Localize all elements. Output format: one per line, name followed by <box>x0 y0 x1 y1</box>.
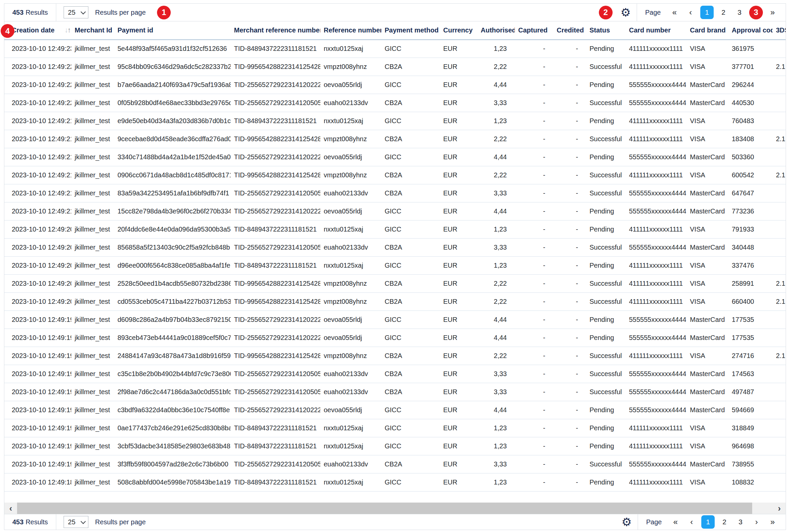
table-row[interactable]: 2023-10-10 12:49:23jkillmer_test5e448f93… <box>4 39 786 58</box>
scroll-right-icon[interactable]: › <box>773 502 786 514</box>
sort-icons[interactable]: ↓↑ <box>64 26 70 34</box>
table-row[interactable]: 2023-10-10 12:49:19jkillmer_test3f3ffb59… <box>4 455 786 473</box>
table-row[interactable]: 2023-10-10 12:49:20jkillmer_testd96ee000… <box>4 256 786 274</box>
page-prev-button[interactable]: ‹ <box>685 515 698 529</box>
cell-approval-code: 340448 <box>728 238 773 256</box>
cell-authorised: 2,22 <box>477 292 515 310</box>
page-next-button[interactable]: › <box>750 515 763 529</box>
scrollbar-thumb[interactable] <box>17 502 752 514</box>
page-number-button-2[interactable]: 2 <box>718 515 731 529</box>
table-row[interactable]: 2023-10-10 12:49:22jkillmer_test0f05b928… <box>4 94 786 112</box>
cell-payment-method: GICC <box>381 39 440 58</box>
cell-card-number: 411111xxxxxx1111 <box>626 58 686 76</box>
cell-authorised: 4,44 <box>477 202 515 220</box>
page-first-button[interactable]: « <box>669 515 682 529</box>
cell-authorised: 3,33 <box>477 94 515 112</box>
table-row[interactable]: 2023-10-10 12:49:21jkillmer_test9cecebae… <box>4 130 786 148</box>
cell-merchant-reference-number: TID-25565272922314120505 <box>231 238 320 256</box>
cell-3ds: 2.1. <box>773 58 786 76</box>
cell-creation-date: 2023-10-10 12:49:21 <box>4 112 71 130</box>
table-row[interactable]: 2023-10-10 12:49:21jkillmer_test3340c714… <box>4 148 786 166</box>
table-row[interactable]: 2023-10-10 12:49:19jkillmer_test24884147… <box>4 347 786 365</box>
cell-card-brand: VISA <box>686 220 728 238</box>
cell-3ds <box>773 401 786 419</box>
table-row[interactable]: 2023-10-10 12:49:22jkillmer_test95c84bb0… <box>4 58 786 76</box>
cell-card-number: 411111xxxxxx1111 <box>626 274 686 292</box>
cell-payment-id: 83a59a3422534951afa1b6bf9dfb74f1 <box>114 184 231 202</box>
cell-merchant-reference-number: TID-8489437222311181521 <box>231 112 320 130</box>
cell-authorised: 4,44 <box>477 148 515 166</box>
page-number-button-3[interactable]: 3 <box>734 515 747 529</box>
table-row[interactable]: 2023-10-10 12:49:19jkillmer_testd6098c28… <box>4 310 786 328</box>
table-row[interactable]: 2023-10-10 12:49:20jkillmer_testcd0553ce… <box>4 292 786 310</box>
cell-card-number: 555555xxxxxx4444 <box>626 310 686 328</box>
column-header-creation-date[interactable]: Creation date↓↑ <box>4 21 71 39</box>
cell-authorised: 1,23 <box>477 437 515 455</box>
cell-payment-method: GICC <box>381 112 440 130</box>
table-row[interactable]: 2023-10-10 12:49:20jkillmer_test2528c50e… <box>4 274 786 292</box>
gear-icon[interactable]: ⚙ <box>618 516 638 528</box>
cell-approval-code: 738955 <box>728 455 773 473</box>
cell-credited: - <box>553 419 586 437</box>
cell-credited: - <box>553 292 586 310</box>
cell-merchant-id: jkillmer_test <box>71 39 114 58</box>
cell-authorised: 2,22 <box>477 347 515 365</box>
cell-3ds: 2.1. <box>773 347 786 365</box>
cell-approval-code: 503360 <box>728 148 773 166</box>
cell-payment-method: CB2A <box>381 292 440 310</box>
cell-approval-code: 318849 <box>728 419 773 437</box>
cell-authorised: 1,23 <box>477 473 515 491</box>
column-header-label: Merchant reference number <box>234 26 320 34</box>
page-last-button[interactable]: » <box>766 515 779 529</box>
table-row[interactable]: 2023-10-10 12:49:20jkillmer_test856858a5… <box>4 238 786 256</box>
page-number-button-1[interactable]: 1 <box>700 6 714 19</box>
cell-merchant-id: jkillmer_test <box>71 455 114 473</box>
table-row[interactable]: 2023-10-10 12:49:19jkillmer_test3cbf53da… <box>4 437 786 455</box>
cell-creation-date: 2023-10-10 12:49:23 <box>4 39 71 58</box>
cell-card-brand: MasterCard <box>686 328 728 347</box>
scrollbar-track[interactable] <box>752 502 773 514</box>
cell-payment-id: b7ae66aada2140f693a479c5af1936a8 <box>114 76 231 94</box>
table-row[interactable]: 2023-10-10 12:49:21jkillmer_teste9de50eb… <box>4 112 786 130</box>
table-row[interactable]: 2023-10-10 12:49:19jkillmer_test2f98ae7d… <box>4 383 786 401</box>
cell-status: Pending <box>586 473 626 491</box>
scroll-left-icon[interactable]: ‹ <box>4 502 17 514</box>
cell-card-brand: MasterCard <box>686 148 728 166</box>
cell-3ds: 2.1. <box>773 130 786 148</box>
table-row[interactable]: 2023-10-10 12:49:22jkillmer_testb7ae66aa… <box>4 76 786 94</box>
results-per-page-select[interactable]: 25 <box>63 6 88 18</box>
page-first-button[interactable]: « <box>668 6 681 19</box>
column-header-merchant-reference-number: Merchant reference number <box>231 21 320 39</box>
table-row[interactable]: 2023-10-10 12:49:18jkillmer_test508c8abb… <box>4 473 786 491</box>
table-row[interactable]: 2023-10-10 12:49:21jkillmer_test83a59a34… <box>4 184 786 202</box>
page-number-button-3[interactable]: 3 <box>733 6 746 19</box>
cell-captured: - <box>515 202 553 220</box>
cell-captured: - <box>515 401 553 419</box>
cell-currency: EUR <box>440 202 477 220</box>
table-row[interactable]: 2023-10-10 12:49:21jkillmer_test0906cc06… <box>4 166 786 184</box>
cell-card-number: 555555xxxxxx4444 <box>626 184 686 202</box>
results-per-page-select-bottom[interactable]: 25 <box>63 516 88 528</box>
cell-currency: EUR <box>440 274 477 292</box>
gear-icon[interactable]: ⚙ <box>617 7 637 18</box>
cell-authorised: 1,23 <box>477 419 515 437</box>
cell-payment-method: GICC <box>381 419 440 437</box>
cell-card-number: 555555xxxxxx4444 <box>626 383 686 401</box>
page-prev-button[interactable]: ‹ <box>684 6 697 19</box>
cell-merchant-reference-number: TID-8489437222311181521 <box>231 220 320 238</box>
column-header-label: Status <box>589 26 610 34</box>
column-header-authorised: Authorised <box>477 21 515 39</box>
page-last-button[interactable]: » <box>766 6 779 19</box>
table-row[interactable]: 2023-10-10 12:49:19jkillmer_testc35c1b8e… <box>4 365 786 383</box>
page-number-button-1[interactable]: 1 <box>701 515 715 529</box>
table-row[interactable]: 2023-10-10 12:49:19jkillmer_test0ae17743… <box>4 419 786 437</box>
results-summary-bottom: 453 Results <box>8 514 56 530</box>
page-number-button-2[interactable]: 2 <box>717 6 730 19</box>
table-row[interactable]: 2023-10-10 12:49:19jkillmer_testc3bdf9a6… <box>4 401 786 419</box>
table-row[interactable]: 2023-10-10 12:49:21jkillmer_test15cc82e7… <box>4 202 786 220</box>
table-row[interactable]: 2023-10-10 12:49:19jkillmer_test893ceb47… <box>4 328 786 347</box>
cell-captured: - <box>515 274 553 292</box>
table-row[interactable]: 2023-10-10 12:49:20jkillmer_test20f4ddc6… <box>4 220 786 238</box>
cell-payment-method: CB2A <box>381 455 440 473</box>
column-header-label: Payment id <box>117 26 153 34</box>
